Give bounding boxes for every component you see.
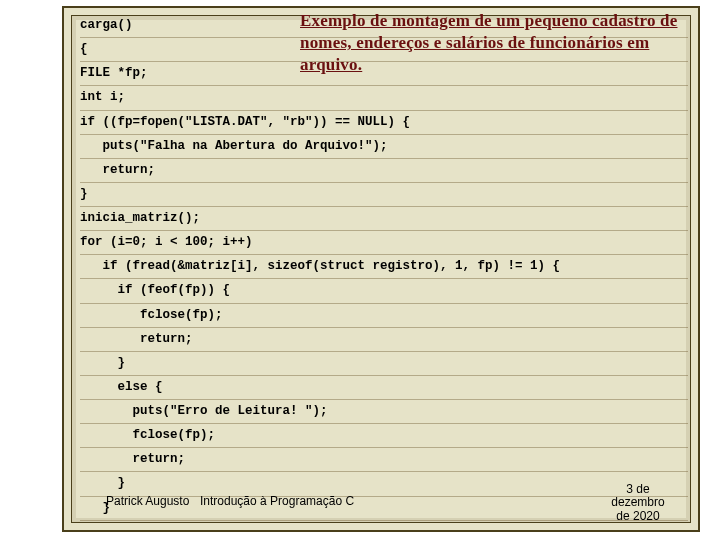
code-line: if (feof(fp)) { — [80, 279, 688, 303]
code-line: int i; — [80, 86, 688, 110]
code-line: puts("Erro de Leitura! "); — [80, 400, 688, 424]
code-line: inicia_matriz(); — [80, 207, 688, 231]
footer-date-l3: de 2020 — [616, 509, 659, 523]
code-line: if ((fp=fopen("LISTA.DAT", "rb")) == NUL… — [80, 111, 688, 135]
footer-date: 3 de dezembro de 2020 — [598, 483, 678, 524]
code-line: if (fread(&matriz[i], sizeof(struct regi… — [80, 255, 688, 279]
footer-title: Introdução à Programação C — [200, 494, 354, 508]
slide-heading: Exemplo de montagem de um pequeno cadast… — [300, 10, 690, 76]
code-line: return; — [80, 159, 688, 183]
code-line: } — [80, 183, 688, 207]
footer-date-l2: dezembro — [611, 495, 664, 509]
code-block: carga(){FILE *fp;int i;if ((fp=fopen("LI… — [80, 14, 688, 521]
code-line: puts("Falha na Abertura do Arquivo!"); — [80, 135, 688, 159]
footer-date-l1: 3 de — [626, 482, 649, 496]
footer-author: Patrick Augusto — [106, 494, 189, 508]
code-line: } — [80, 352, 688, 376]
code-line: return; — [80, 448, 688, 472]
code-line: fclose(fp); — [80, 304, 688, 328]
code-line: else { — [80, 376, 688, 400]
code-line: return; — [80, 328, 688, 352]
code-line: for (i=0; i < 100; i++) — [80, 231, 688, 255]
code-line: } — [80, 472, 688, 496]
code-line: fclose(fp); — [80, 424, 688, 448]
